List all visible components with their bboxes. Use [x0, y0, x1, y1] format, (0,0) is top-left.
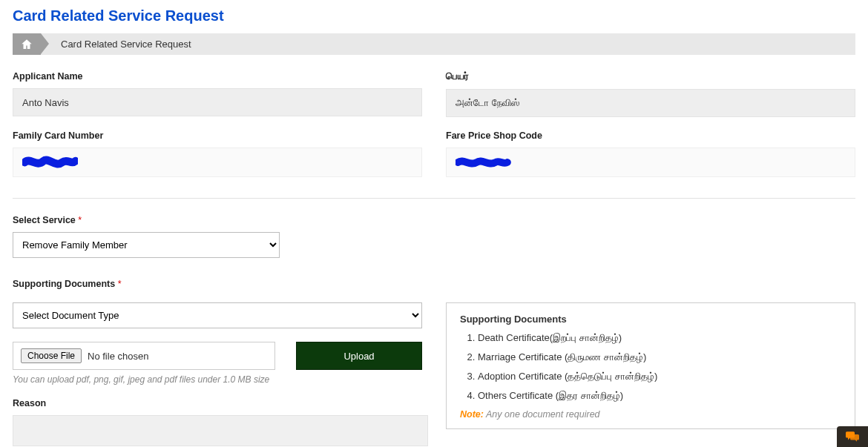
- supporting-docs-label: Supporting Documents *: [13, 279, 855, 289]
- supporting-docs-panel-title: Supporting Documents: [460, 314, 841, 325]
- doc-note-text: Any one document required: [484, 409, 600, 420]
- doc-list-item: Marriage Certificate (திருமண சான்றிதழ்): [478, 351, 841, 363]
- breadcrumb-home[interactable]: [13, 33, 41, 55]
- supporting-docs-label-text: Supporting Documents: [13, 279, 115, 289]
- file-input-box[interactable]: Choose File No file chosen: [13, 342, 275, 370]
- doc-list-item: Others Certificate (இதர சான்றிதழ்): [478, 390, 841, 402]
- required-marker: *: [118, 279, 122, 289]
- family-card-value: [13, 148, 422, 177]
- name-tamil-value: அன்டோ நேவிஸ்: [446, 89, 855, 117]
- doc-note: Note: Any one document required: [460, 409, 841, 420]
- file-chosen-status: No file chosen: [88, 351, 148, 362]
- required-marker: *: [78, 215, 82, 225]
- name-tamil-label: பெயர்: [446, 71, 855, 82]
- fare-shop-value: [446, 148, 855, 177]
- select-service-dropdown[interactable]: Remove Family Member: [13, 232, 280, 258]
- applicant-name-value: Anto Navis: [13, 88, 422, 116]
- reason-input[interactable]: [13, 415, 428, 446]
- doc-note-label: Note:: [460, 409, 484, 420]
- doc-list-item: Death Certificate(இறப்பு சான்றிதழ்): [478, 332, 841, 344]
- select-service-label-text: Select Service: [13, 215, 76, 225]
- doc-list-item: Adoption Certificate (தத்தெடுப்பு சான்றி…: [478, 371, 841, 383]
- applicant-name-label: Applicant Name: [13, 71, 422, 82]
- page-title: Card Related Service Request: [13, 7, 855, 24]
- select-service-label: Select Service *: [13, 215, 855, 225]
- chat-widget[interactable]: [837, 426, 868, 447]
- breadcrumb-current: Card Related Service Request: [41, 33, 191, 55]
- redacted-icon: [456, 156, 511, 169]
- breadcrumb: Card Related Service Request: [13, 33, 855, 55]
- upload-button[interactable]: Upload: [296, 342, 422, 370]
- section-divider: [13, 198, 855, 199]
- redacted-icon: [22, 156, 78, 169]
- upload-hint: You can upload pdf, png, gif, jpeg and p…: [13, 374, 422, 385]
- document-type-dropdown[interactable]: Select Document Type: [13, 302, 422, 328]
- choose-file-button[interactable]: Choose File: [21, 348, 82, 363]
- fare-shop-label: Fare Price Shop Code: [446, 130, 855, 141]
- family-card-label: Family Card Number: [13, 130, 422, 141]
- chat-icon: [846, 431, 859, 442]
- supporting-docs-panel: Supporting Documents Death Certificate(இ…: [446, 302, 855, 429]
- home-icon: [20, 38, 33, 51]
- reason-label: Reason: [13, 398, 422, 408]
